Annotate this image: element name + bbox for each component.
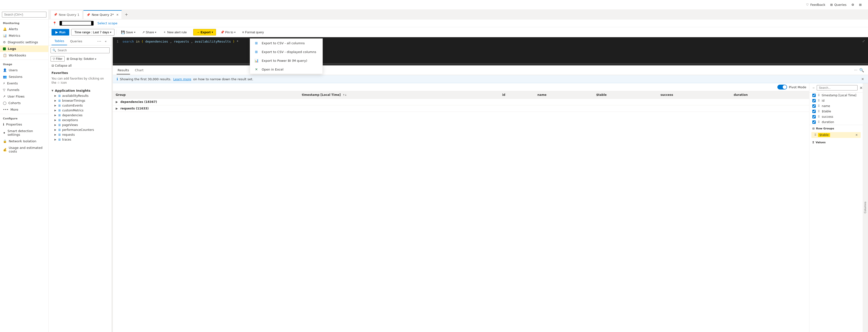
col-drag-stable[interactable]: ⠿	[818, 110, 820, 113]
format-query-button[interactable]: ≡ Format query	[240, 29, 266, 35]
pin-to-button[interactable]: 📌 Pin to ▾	[218, 29, 238, 35]
lp-tab-queries[interactable]: Queries	[67, 37, 85, 45]
col-check-duration[interactable]	[812, 120, 816, 124]
sidebar-item-usage-costs[interactable]: 💰 Usage and estimated costs	[0, 144, 49, 155]
timerange-button[interactable]: Time range : Last 7 days ▾	[71, 29, 115, 35]
columns-item-id[interactable]: ⠿ id	[809, 98, 863, 103]
columns-item-success[interactable]: ⠿ success	[809, 114, 863, 119]
row-group-drag[interactable]: ⠿	[814, 133, 816, 137]
col-drag-id[interactable]: ⠿	[818, 99, 820, 102]
sidebar-item-more[interactable]: ••• More	[0, 106, 49, 113]
sidebar-events-label: Events	[7, 81, 18, 85]
col-check-stable[interactable]	[812, 110, 816, 113]
results-tab-results[interactable]: Results	[117, 66, 130, 75]
col-drag-duration[interactable]: ⠿	[818, 120, 820, 124]
lp-app-insights-section[interactable]: ▼ Application Insights	[49, 87, 112, 93]
col-check-id[interactable]	[812, 99, 816, 102]
feedback-button[interactable]: ♡ Feedback	[804, 2, 828, 7]
lp-table-browsertimings[interactable]: ▶ ⊞ browserTimings	[49, 98, 112, 103]
export-powerbi[interactable]: 📊 Export to Power BI (M query)	[250, 56, 322, 65]
sidebar-item-logs[interactable]: Logs	[0, 46, 49, 52]
sidebar-item-diagnostic[interactable]: ⚙ Diagnostic settings	[0, 39, 49, 46]
col-drag-success[interactable]: ⠿	[818, 115, 820, 118]
lp-table-perfcounters[interactable]: ▶ ⊞ performanceCounters	[49, 128, 112, 132]
lp-table-exceptions[interactable]: ▶ ⊞ exceptions	[49, 118, 112, 122]
col-check-name[interactable]	[812, 104, 816, 108]
lp-table-dependencies[interactable]: ▶ ⊞ dependencies	[49, 113, 112, 118]
export-button[interactable]: → Export ▾	[193, 29, 216, 35]
col-check-success[interactable]	[812, 115, 816, 118]
sidebar-item-smartdetection[interactable]: ✦ Smart detection settings	[0, 128, 49, 138]
editor-expand-button[interactable]: ⤢	[862, 39, 865, 43]
grid-button[interactable]: ⊞	[857, 2, 864, 7]
sidebar-item-network[interactable]: 🔒 Network Isolation	[0, 138, 49, 144]
columns-search-icon: −	[812, 86, 815, 89]
share-button[interactable]: ↗ Share ▾	[140, 29, 159, 35]
export-csv-displayed[interactable]: ⊞ Export to CSV - displayed columns	[250, 48, 322, 56]
lp-table-requests[interactable]: ▶ ⊞ requests	[49, 132, 112, 137]
lp-collapse-button[interactable]: «	[103, 38, 108, 44]
row-req-timestamp	[299, 105, 499, 112]
columns-vertical-label[interactable]: Columns	[863, 83, 868, 332]
lp-collapse-all[interactable]: ⊟ Collapse all	[49, 62, 112, 69]
tab-query1[interactable]: 📌 New Query 1	[51, 10, 82, 19]
editor-kw-search: search	[122, 40, 134, 43]
col-check-timestamp[interactable]	[812, 94, 816, 97]
run-button[interactable]: ▶ Run	[52, 29, 69, 35]
col-drag-timestamp[interactable]: ⠿	[818, 94, 820, 97]
lp-tab-more[interactable]: ···	[96, 38, 102, 45]
tab-add-button[interactable]: +	[123, 11, 130, 18]
sidebar-item-properties[interactable]: ℹ Properties	[0, 121, 49, 128]
export-excel[interactable]: ✕ Open in Excel	[250, 65, 322, 74]
columns-search-input[interactable]	[817, 85, 858, 90]
sidebar-item-alerts[interactable]: 🔔 Alerts	[0, 26, 49, 32]
columns-item-duration[interactable]: ⠿ duration	[809, 119, 863, 125]
sidebar-search-input[interactable]	[2, 12, 46, 18]
sidebar-item-workbooks[interactable]: 📋 Workbooks	[0, 52, 49, 59]
lp-tables-label: Tables	[55, 39, 64, 43]
lp-tab-tables[interactable]: Tables	[52, 37, 67, 45]
query-editor[interactable]: 1 search in ( dependencies , requests	[113, 37, 868, 64]
lp-search-input[interactable]	[51, 48, 110, 53]
save-button[interactable]: 💾 Save ▾	[119, 29, 138, 35]
queries-button[interactable]: ⊞ Queries	[828, 2, 849, 7]
lp-favorites-title: Favorites	[49, 69, 112, 76]
col-timestamp[interactable]: timestamp [Local Time] ↑↓	[299, 91, 499, 99]
new-alert-button[interactable]: ＋ New alert rule	[161, 29, 189, 35]
pivot-toggle-switch[interactable]	[777, 85, 787, 89]
lp-table-pageviews[interactable]: ▶ ⊞ pageViews	[49, 122, 112, 128]
expand-icon-dep[interactable]: ▶	[116, 100, 118, 104]
expand-icon-req[interactable]: ▶	[116, 107, 118, 110]
lp-table-availabilityresults[interactable]: ▶ ⊞ availabilityResults	[49, 93, 112, 98]
sidebar-item-metrics[interactable]: 📊 Metrics	[0, 32, 49, 39]
tab-query2-close[interactable]: ✕	[116, 13, 119, 17]
results-tab-chart[interactable]: Chart	[134, 66, 145, 75]
sidebar-item-events[interactable]: ⚡ Events	[0, 80, 49, 87]
ellipsis-button[interactable]: ···	[854, 68, 857, 72]
sidebar-item-cohorts[interactable]: ◯ Cohorts	[0, 100, 49, 106]
lp-table-customevents[interactable]: ▶ ⊞ customEvents	[49, 103, 112, 108]
lp-filter-button[interactable]: ▽ Filter	[51, 56, 65, 61]
tab-query2[interactable]: 📌 New Query 2* ✕	[83, 10, 122, 19]
lp-groupby-button[interactable]: ⊞ Group by: Solution ▾	[67, 57, 96, 60]
row-group-remove-button[interactable]: ✕	[855, 133, 858, 137]
sidebar-item-sessions[interactable]: 👥 Sessions	[0, 74, 49, 80]
export-csv-all[interactable]: ⊞ Export to CSV - all columns	[250, 39, 322, 48]
columns-item-stable[interactable]: ⠿ $table	[809, 109, 863, 114]
sidebar-item-userflows[interactable]: ↗ User Flows	[0, 93, 49, 100]
select-scope-link[interactable]: Select scope	[96, 21, 118, 25]
table-label-pv: pageViews	[62, 123, 78, 127]
columns-item-name[interactable]: ⠿ name	[809, 103, 863, 109]
results-search-icon[interactable]: 🔍	[859, 68, 864, 73]
learn-more-link[interactable]: Learn more	[173, 77, 191, 81]
info-close-button[interactable]: ✕	[861, 77, 864, 81]
sidebar-item-funnels[interactable]: ▽ Funnels	[0, 87, 49, 93]
lp-filter-row: ▽ Filter ⊞ Group by: Solution ▾	[49, 55, 112, 62]
columns-panel-close[interactable]: ✕	[860, 86, 863, 90]
lp-table-traces[interactable]: ▶ ⊞ traces	[49, 137, 112, 142]
lp-table-custommetrics[interactable]: ▶ ⊞ customMetrics	[49, 108, 112, 113]
columns-item-timestamp[interactable]: ⠿ timestamp [Local Time]	[809, 93, 863, 98]
sidebar-item-users[interactable]: 👤 Users	[0, 67, 49, 74]
col-drag-name[interactable]: ⠿	[818, 104, 820, 108]
gear-button[interactable]: ⚙	[849, 2, 857, 7]
